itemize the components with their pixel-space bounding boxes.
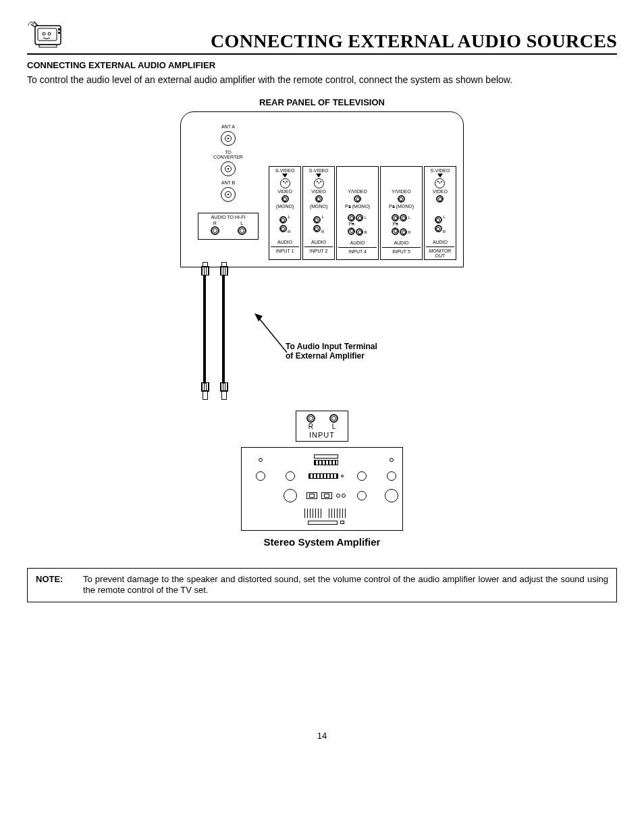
audio-r-port bbox=[279, 225, 287, 232]
panel-right-column: S-VIDEO VIDEO (MONO) LR bbox=[269, 120, 456, 260]
amp-input-box: R L INPUT bbox=[296, 411, 348, 442]
amp-display-icon bbox=[314, 454, 338, 459]
hifi-r-port bbox=[211, 226, 219, 235]
video-label: VIDEO bbox=[433, 189, 448, 194]
cable-line bbox=[222, 276, 225, 384]
audio-label: AUDIO bbox=[433, 240, 448, 244]
panel-caption: REAR PANEL OF TELEVISION bbox=[27, 97, 617, 107]
rca-plug-icon bbox=[219, 382, 227, 400]
l-side: L bbox=[288, 215, 290, 219]
svg-point-3 bbox=[48, 32, 51, 35]
svg-rect-5 bbox=[58, 32, 60, 34]
note-box: NOTE: To prevent damage to the speaker a… bbox=[27, 568, 617, 602]
note-text: To prevent damage to the speaker and dis… bbox=[83, 574, 608, 596]
tv-mascot-icon bbox=[27, 20, 65, 52]
l-side: L bbox=[364, 215, 367, 219]
intro-text: To control the audio level of an externa… bbox=[27, 74, 617, 85]
pr-port bbox=[392, 228, 399, 235]
amp-knob-icon bbox=[284, 489, 297, 502]
amp-knob-icon bbox=[286, 471, 295, 481]
yvideo-label: Y/VIDEO bbox=[348, 189, 367, 194]
rca-plug-icon bbox=[200, 262, 209, 276]
amp-led-icon bbox=[259, 458, 263, 462]
page-number: 14 bbox=[27, 731, 617, 741]
l-side: L bbox=[443, 215, 446, 219]
audio-to-hifi-box: AUDIO TO HI-FI R L bbox=[198, 213, 259, 240]
input-name: INPUT 4 bbox=[338, 247, 377, 254]
amp-button-icon bbox=[306, 492, 317, 499]
video-port bbox=[436, 195, 444, 203]
amp-led-icon bbox=[341, 475, 344, 477]
video-label: VIDEO bbox=[311, 189, 326, 194]
amp-slot-icon bbox=[308, 521, 338, 525]
amplifier-body bbox=[241, 447, 403, 531]
audio-r-port bbox=[356, 228, 363, 236]
input-name: INPUT 2 bbox=[304, 246, 333, 253]
amp-caption: Stereo System Amplifier bbox=[264, 536, 381, 548]
audio-label: AUDIO bbox=[394, 240, 408, 245]
mono-label: (MONO) bbox=[396, 204, 414, 209]
ant-a-label: ANT A bbox=[221, 124, 235, 130]
mono-label: (MONO) bbox=[276, 204, 294, 209]
hifi-l-label: L bbox=[240, 221, 243, 226]
input-2-box: S-VIDEO VIDEO (MONO) LR bbox=[302, 166, 335, 260]
amp-input-label: INPUT bbox=[299, 431, 345, 439]
pb-port bbox=[348, 214, 355, 221]
svideo-port bbox=[314, 178, 324, 188]
connection-diagram: ANT A TO CONVERTER ANT B AUDIO TO HI-FI … bbox=[27, 111, 617, 548]
section-subhead: CONNECTING EXTERNAL AUDIO AMPLIFIER bbox=[27, 60, 617, 70]
pb-port bbox=[392, 214, 399, 221]
page-title: CONNECTING EXTERNAL AUDIO SOURCES bbox=[65, 30, 617, 52]
callout-line2: of External Amplifier bbox=[286, 351, 377, 361]
audio-l-port bbox=[279, 216, 287, 224]
page-header: CONNECTING EXTERNAL AUDIO SOURCES bbox=[27, 20, 617, 55]
svg-rect-4 bbox=[58, 28, 60, 30]
rca-plug-icon bbox=[219, 262, 227, 276]
l-side: L bbox=[321, 215, 324, 219]
amp-led-icon bbox=[342, 494, 346, 498]
input-name: INPUT 1 bbox=[271, 246, 299, 253]
audio-label: AUDIO bbox=[350, 240, 365, 245]
monitor-out-box: S-VIDEO VIDEO X LR AU bbox=[424, 166, 456, 260]
video-label: VIDEO bbox=[277, 189, 292, 194]
r-side: R bbox=[408, 230, 410, 234]
input-4-box: X Y/VIDEO Pʙ (MONO) bbox=[336, 166, 379, 260]
panel-left-column: ANT A TO CONVERTER ANT B AUDIO TO HI-FI … bbox=[188, 120, 269, 260]
yvideo-port bbox=[354, 195, 361, 203]
arrow-callout: To Audio Input Terminal of External Ampl… bbox=[254, 313, 377, 361]
rca-plug-icon bbox=[200, 382, 209, 400]
amp-vent-icon bbox=[304, 509, 323, 518]
audio-label: AUDIO bbox=[277, 240, 292, 244]
svideo-port bbox=[435, 178, 445, 188]
note-label: NOTE: bbox=[36, 574, 70, 596]
callout-line1: To Audio Input Terminal bbox=[286, 342, 377, 351]
amp-knob-icon bbox=[357, 471, 367, 481]
to-converter-port bbox=[221, 161, 236, 176]
ant-b-port bbox=[221, 187, 236, 202]
l-side: L bbox=[408, 215, 410, 219]
audio-l-port bbox=[435, 216, 442, 224]
hifi-r-label: R bbox=[213, 221, 217, 226]
audio-r-port bbox=[400, 228, 407, 236]
amp-r-label: R bbox=[308, 423, 313, 430]
amp-input-l-port bbox=[329, 414, 338, 423]
r-side: R bbox=[288, 230, 290, 234]
mono-label: (MONO) bbox=[310, 204, 327, 209]
audio-to-hifi-label: AUDIO TO HI-FI bbox=[201, 215, 255, 219]
pb-label: Pʙ bbox=[389, 204, 395, 209]
r-side: R bbox=[321, 230, 324, 234]
triangle-down-icon bbox=[282, 174, 288, 178]
amp-led-icon bbox=[336, 494, 340, 498]
amp-display-icon bbox=[314, 460, 338, 465]
input-1-box: S-VIDEO VIDEO (MONO) LR bbox=[269, 166, 301, 260]
r-side: R bbox=[364, 230, 367, 234]
amp-knob-icon bbox=[387, 471, 396, 481]
svg-line-7 bbox=[257, 316, 287, 353]
amp-button-icon bbox=[321, 492, 332, 499]
pr-port bbox=[348, 228, 355, 235]
amp-knob-icon bbox=[385, 489, 398, 502]
pr-label: Pʀ bbox=[393, 222, 398, 227]
hifi-l-port bbox=[238, 226, 246, 235]
ant-b-label: ANT B bbox=[221, 180, 236, 186]
arrow-icon bbox=[254, 313, 283, 342]
